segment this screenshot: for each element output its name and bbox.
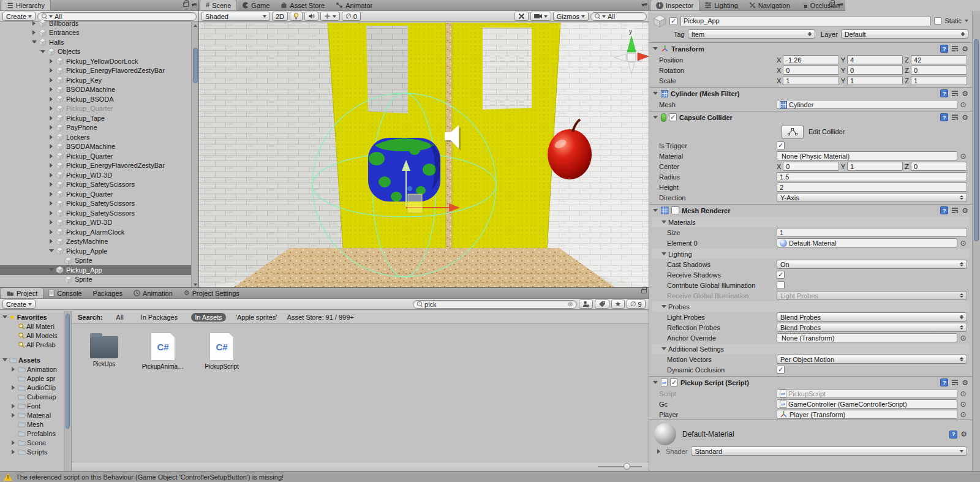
value-field[interactable] [911, 162, 967, 171]
component-tools-button[interactable] [514, 12, 529, 21]
material-foldout-arrow[interactable] [655, 448, 662, 454]
receive-global-illumination-dropdown[interactable]: Light Probes [777, 291, 967, 300]
hierarchy-item[interactable]: Sprite [0, 256, 191, 266]
help-icon[interactable]: ? [940, 378, 948, 386]
expand-arrow-icon[interactable] [48, 96, 55, 102]
hierarchy-item[interactable]: Pickup_Quarter [0, 189, 191, 199]
hierarchy-item[interactable]: Pickup_AlarmClock [0, 227, 191, 237]
help-icon[interactable]: ? [940, 206, 948, 214]
foldout-arrow-icon[interactable] [652, 114, 658, 121]
asset-item[interactable]: C#PickupAnima… [141, 333, 184, 370]
component-header[interactable]: c#✓Pickup Script (Script)?⚙ [649, 376, 972, 388]
slider-knob[interactable] [624, 463, 630, 470]
object-field[interactable]: c#PickupScript [777, 389, 957, 398]
project-tree-item[interactable]: Scene [0, 438, 64, 447]
value-field[interactable] [783, 55, 839, 64]
object-field[interactable]: None (Physic Material) [777, 151, 957, 160]
project-tree-item[interactable]: ★Favorites [0, 312, 64, 322]
object-field[interactable]: c#GameController (GameControllerScript) [777, 399, 957, 409]
project-tree-item[interactable]: All Prefab [0, 340, 64, 349]
scene-search-input[interactable] [608, 13, 643, 20]
hierarchy-item[interactable]: Pickup_WD-3D [0, 218, 191, 228]
foldout-probes[interactable]: Probes [652, 301, 970, 312]
expand-arrow-icon[interactable] [48, 86, 55, 93]
component-header[interactable]: Mesh Renderer?⚙ [649, 204, 972, 216]
hierarchy-scrollbar[interactable] [191, 22, 199, 288]
expand-arrow-icon[interactable] [10, 366, 17, 372]
light-probes-dropdown[interactable]: Blend Probes [777, 312, 967, 322]
draw-mode-dropdown[interactable]: Shaded [202, 12, 270, 21]
expand-arrow-icon[interactable] [48, 228, 55, 235]
hierarchy-item[interactable]: PayPhone [0, 123, 191, 133]
scene-visibility-button[interactable]: ∅ 0 [342, 12, 361, 21]
expand-arrow-icon[interactable] [31, 29, 37, 36]
expand-arrow-icon[interactable] [48, 181, 55, 188]
value-field[interactable] [777, 228, 967, 237]
tab-project[interactable]: Project [1, 288, 43, 298]
foldout-materials[interactable]: Materials [652, 217, 970, 227]
tab-game[interactable]: Game [236, 0, 275, 10]
gear-icon[interactable]: ⚙ [960, 430, 967, 439]
hierarchy-item[interactable]: Pickup_Apple [0, 246, 191, 256]
hierarchy-item[interactable]: Pickup_BSODA [0, 94, 191, 104]
tab-navigation[interactable]: Navigation [744, 0, 796, 10]
expand-arrow-icon[interactable] [48, 200, 55, 207]
expand-arrow-icon[interactable] [48, 143, 55, 150]
hierarchy-item[interactable]: Lockers [0, 132, 191, 142]
value-field[interactable] [847, 76, 903, 85]
2d-toggle-button[interactable]: 2D [272, 12, 288, 21]
hierarchy-item[interactable]: Billboards [0, 18, 191, 28]
scene-camera-button[interactable] [530, 12, 551, 21]
status-bar[interactable]: The referenced script on this Behaviour … [0, 471, 980, 482]
gear-icon[interactable]: ⚙ [962, 378, 968, 387]
expand-arrow-icon[interactable] [10, 384, 17, 391]
value-field[interactable] [847, 55, 903, 64]
hierarchy-item[interactable]: Pickup_SafetyScissors [0, 208, 191, 218]
object-picker-icon[interactable]: ⊙ [959, 334, 967, 342]
foldout-lighting[interactable]: Lighting [652, 249, 970, 259]
project-tree-item[interactable]: Font [0, 401, 64, 410]
scene-effects-button[interactable] [320, 12, 340, 21]
receive-shadows-checkbox[interactable]: ✓ [777, 271, 785, 279]
scope-in-assets[interactable]: In Assets [191, 313, 226, 322]
help-icon[interactable]: ? [940, 45, 948, 53]
help-icon[interactable]: ? [940, 113, 948, 121]
hierarchy-item[interactable]: BSODAMachine [0, 85, 191, 95]
expand-arrow-icon[interactable] [1, 356, 8, 363]
preset-icon[interactable] [951, 90, 959, 97]
expand-arrow-icon[interactable] [48, 153, 55, 159]
value-field[interactable] [911, 76, 967, 85]
tab-animator[interactable]: Animator [330, 0, 378, 10]
hierarchy-item[interactable]: Halls [0, 37, 191, 47]
gear-icon[interactable]: ⚙ [962, 206, 968, 215]
scene-viewport[interactable]: y [199, 23, 649, 288]
project-tree-item[interactable]: Material [0, 410, 64, 420]
tab-animation[interactable]: Animation [128, 288, 178, 298]
expand-arrow-icon[interactable] [48, 266, 55, 273]
panel-menu-icon[interactable]: ▾≡ [641, 1, 647, 8]
scrollbar-thumb[interactable] [66, 314, 70, 429]
hierarchy-item[interactable]: Entrances [0, 28, 191, 38]
create-button[interactable]: Create [2, 299, 36, 309]
value-field[interactable] [777, 172, 967, 181]
hierarchy-item[interactable]: Pickup_Key [0, 75, 191, 85]
object-picker-icon[interactable]: ⊙ [959, 411, 967, 418]
hierarchy-item[interactable]: Pickup_EnergyFlavoredZestyBar [0, 66, 191, 76]
value-field[interactable] [777, 183, 967, 192]
expand-arrow-icon[interactable] [39, 48, 46, 55]
hierarchy-item[interactable]: ZestyMachine [0, 237, 191, 247]
hierarchy-item[interactable]: Pickup_Quarter [0, 151, 191, 161]
expand-arrow-icon[interactable] [48, 171, 55, 178]
object-picker-icon[interactable]: ⊙ [959, 101, 967, 108]
scene-audio-button[interactable] [304, 12, 318, 21]
project-tree-item[interactable]: Apple spr [0, 374, 64, 383]
hierarchy-item[interactable]: Pickup_Tape [0, 113, 191, 123]
expand-arrow-icon[interactable] [48, 105, 55, 112]
save-search-button[interactable]: ★ [611, 299, 625, 309]
foldout-additional-settings[interactable]: Additional Settings [652, 344, 970, 354]
expand-arrow-icon[interactable] [10, 402, 17, 409]
direction-dropdown[interactable]: Y-Axis [777, 193, 967, 202]
expand-arrow-icon[interactable] [48, 67, 55, 74]
help-icon[interactable]: ? [940, 89, 948, 97]
value-field[interactable] [847, 66, 903, 75]
